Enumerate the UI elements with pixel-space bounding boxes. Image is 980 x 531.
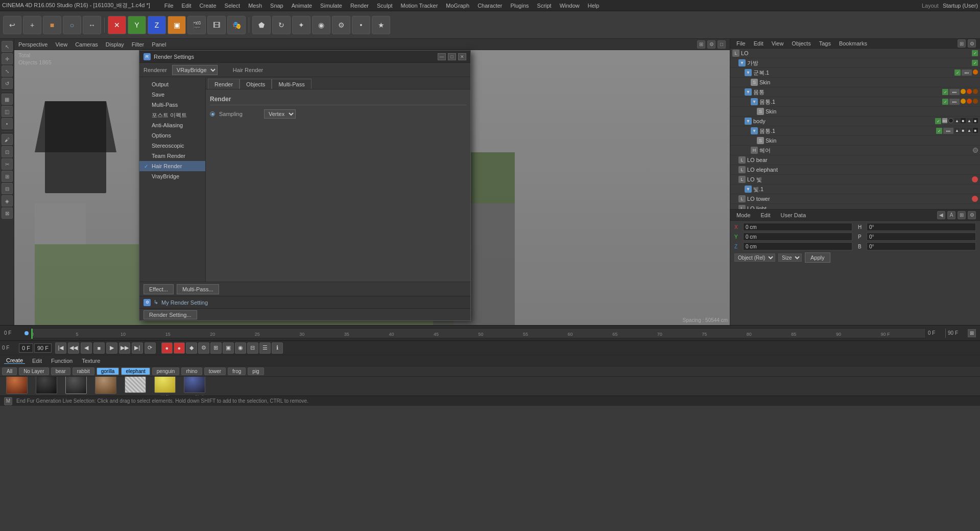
transport-record2[interactable]: ● [174,342,185,354]
edge-tool[interactable]: ◫ [2,106,13,117]
star-tool[interactable]: ★ [372,16,390,34]
menu-item-edit[interactable]: Edit [178,0,196,11]
y-tool[interactable]: Y [128,16,146,34]
material-gwangwon[interactable]: 광원 [152,377,178,396]
bottom-tab-create[interactable]: Create [4,357,25,364]
viewport-settings-icon[interactable]: ⚙ [707,40,715,49]
transport-marker[interactable]: ◉ [235,342,246,354]
tab-objects[interactable]: Objects [240,79,272,89]
menu-item-mograph[interactable]: MoGraph [442,0,473,11]
userdata-tab[interactable]: User Data [779,212,808,218]
viewport-expand-icon[interactable]: ⊞ [697,40,705,49]
transport-key[interactable]: ◆ [186,342,197,354]
bottom-tab-function[interactable]: Function [49,358,75,364]
sidebar-item-antialiasing[interactable]: Anti-Aliasing [139,120,205,130]
obj-row-lo-tower[interactable]: L LO tower [730,194,980,204]
viewport-fullscreen-icon[interactable]: □ [718,40,726,49]
sampling-radio[interactable] [210,111,215,117]
bottom-tab-texture[interactable]: Texture [80,358,102,364]
spline-tool[interactable]: ✦ [292,16,310,34]
point-tool[interactable]: • [2,118,13,129]
filter-tower[interactable]: tower [204,367,226,375]
obj-tool[interactable]: ▣ [168,16,186,34]
render-setting-button[interactable]: Render Setting... [144,310,197,319]
viewport-panel-menu[interactable]: Panel [152,41,166,48]
filter-penguin[interactable]: penguin [152,367,180,375]
move-tool[interactable]: ↔ [83,16,101,34]
badge-vis[interactable]: ✓ [972,60,978,66]
badge-vis[interactable]: ✓ [935,118,941,124]
sidebar-item-teamrender[interactable]: Team Render [139,151,205,161]
ring-tool[interactable]: ○ [63,16,81,34]
tab-multipass[interactable]: Multi-Pass [272,79,311,89]
material-vr-eyes[interactable]: VR_Eyes [34,377,59,396]
material-bro[interactable]: 브로 [123,377,148,396]
transport-play[interactable]: ▶ [106,342,117,354]
render-icon-tool[interactable]: 🎭 [227,16,246,34]
mode-tab[interactable]: Mode [734,212,753,218]
sidebar-item-output[interactable]: Output [139,79,205,89]
viewport-view-menu[interactable]: View [55,41,67,48]
scale-left-tool[interactable]: ⤡ [2,65,13,77]
menu-item-motiontracker[interactable]: Motion Tracker [397,0,442,11]
timeline-expand-icon[interactable]: ⊞ [968,329,976,337]
menu-item-sculpt[interactable]: Sculpt [373,0,397,11]
transport-prev-frame[interactable]: ◀◀ [68,342,79,354]
transport-list[interactable]: ☰ [259,342,271,354]
viewport-display-menu[interactable]: Display [106,41,124,48]
menu-item-window[interactable]: Window [556,0,584,11]
filter-rabbit[interactable]: rabbit [73,367,94,375]
right-tab-edit[interactable]: Edit [752,40,766,47]
filter-gorilla[interactable]: gorilla [97,367,119,375]
move-left-tool[interactable]: ✛ [2,53,13,64]
transport-mix[interactable]: ⊞ [210,342,222,354]
transport-stop[interactable]: ■ [93,342,105,354]
badge-vis[interactable]: ✓ [954,70,961,76]
material-vr-brow[interactable]: VR_Brow [4,377,30,396]
filter-bear[interactable]: bear [51,367,70,375]
obj-row-gunbok[interactable]: ▼ 군복.1 ✓ ▪▪▪ [730,68,980,78]
obj-row-lo-bear[interactable]: L LO bear [730,155,980,165]
transport-mix2[interactable]: ▣ [223,342,234,354]
right-tab-objects[interactable]: Objects [790,40,812,47]
sampling-select[interactable]: Vertex [264,109,296,119]
menu-item-file[interactable]: File [160,0,178,11]
dialog-minimize-btn[interactable]: — [438,53,446,60]
transport-next-frame[interactable]: ▶▶ [119,342,130,354]
right-tab-tags[interactable]: Tags [817,40,833,47]
mode-A-icon[interactable]: A [947,211,955,219]
right-filter-icon[interactable]: ⚙ [968,39,976,48]
gear-tool[interactable]: ⚙ [332,16,350,34]
obj-row-momtong[interactable]: ▼ 몸통 ✓ ▪▪▪ [730,87,980,97]
right-tab-bookmarks[interactable]: Bookmarks [837,40,869,47]
new-tool[interactable]: + [23,16,41,34]
obj-row-momtong1b[interactable]: ▼ 몸통.1 ✓ ▪▪▪ ▲ ■ ▲ ■ [730,126,980,136]
timeline-ruler[interactable]: 0 5 10 15 20 25 30 35 40 45 50 55 60 65 … [31,328,926,338]
transport-grid[interactable]: ⊟ [247,342,258,354]
mode-left-icon[interactable]: ◀ [937,211,945,219]
transport-goto-end[interactable]: ▶| [132,342,143,354]
obj-row-skin3[interactable]: S Skin [730,136,980,146]
transport-goto-start[interactable]: |◀ [55,342,66,354]
bridge-tool[interactable]: ⊞ [2,171,13,182]
filter-all[interactable]: All [2,367,17,375]
transport-play-reverse[interactable]: ◀ [81,342,92,354]
bottom-tab-edit[interactable]: Edit [30,358,44,364]
dialog-close-btn[interactable]: ✕ [458,53,466,60]
obj-row-hair[interactable]: H 헤어 [730,146,980,155]
extrude-tool[interactable]: ⊟ [2,183,13,194]
dot-tool[interactable]: • [352,16,370,34]
menu-item-select[interactable]: Select [221,0,245,11]
loop-cut-tool[interactable]: ⊠ [2,207,13,219]
filter-rhino[interactable]: rhino [181,367,202,375]
obj-row-momtong1[interactable]: ▼ 몸통.1 ✓ ▪▪▪ [730,97,980,107]
obj-row-light1[interactable]: ▼ 빛.1 [730,184,980,194]
filter-nolayer[interactable]: No Layer [19,367,49,375]
menu-item-character[interactable]: Character [473,0,506,11]
apply-button[interactable]: Apply [805,252,830,263]
tab-render[interactable]: Render [208,79,240,89]
sidebar-item-stereoscopic[interactable]: Stereoscopic [139,141,205,151]
material-vrayad[interactable]: VRayAd [93,377,118,396]
obj-row-body[interactable]: ▼ body ✓ ▪▪▪ ▲ ■ ▲ ■ [730,117,980,126]
sidebar-item-posteffects[interactable]: 포스트 이펙트 [139,110,205,120]
